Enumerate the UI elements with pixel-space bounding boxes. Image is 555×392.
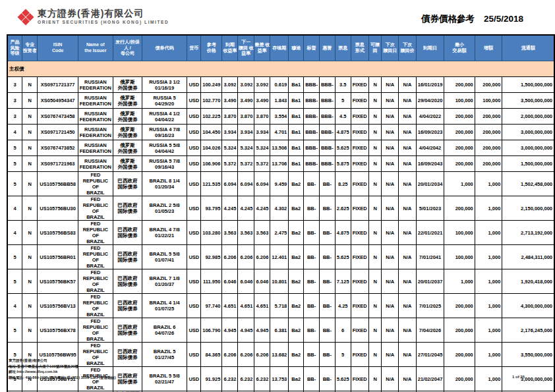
cell-next_call_price: N/A	[399, 343, 417, 367]
bond-price-table: 产品 风险 等级专业 投资者ISIN CodeName of the Issue…	[7, 34, 555, 392]
cell-next_call_yield: 6.046	[238, 269, 254, 294]
cell-worst_yield: 4.245	[254, 196, 270, 221]
cell-coupon_type: FIXED	[351, 140, 368, 156]
cell-professional_investor: N	[22, 245, 38, 269]
cell-increment: 200,000	[475, 77, 502, 93]
cell-maturity_date: 27/01/2045	[416, 343, 444, 367]
cell-issuer_name: FED REPUBLIC OF BRAZIL	[78, 196, 113, 221]
page-number: 1 of 25	[512, 375, 525, 379]
cell-isin: XS0767473458	[38, 109, 78, 125]
cell-maturity_date: 4/04/2022	[416, 109, 444, 125]
cell-next_call_yield: 5.372	[238, 156, 254, 172]
cell-coupon: 5.625	[335, 140, 351, 156]
cell-risk_level: 5	[7, 318, 22, 343]
cell-sp: BBB-	[304, 125, 320, 140]
cell-sp: BB-	[304, 221, 320, 245]
cell-bond_code: BRAZIL 2 5/8 01/05/23	[142, 196, 187, 221]
column-header-professional_investor: 专业 投资者	[22, 35, 38, 61]
cell-maturity_date: 7/04/2026	[416, 318, 444, 343]
cell-currency: USD	[187, 196, 201, 221]
cell-currency: USD	[187, 367, 201, 391]
footer-address: 地址:香港中環皇后大道中100號28樓及29樓	[9, 364, 116, 370]
cell-professional_investor: N	[22, 93, 38, 109]
cell-coupon: 7.125	[335, 269, 351, 294]
cell-min_trade_amount: 100,000	[444, 245, 475, 269]
cell-bond_code: BRAZIL 5 5/8 02/21/47	[142, 367, 187, 391]
cell-sp: BBB-	[304, 77, 320, 93]
cell-next_call_price: N/A	[399, 221, 417, 245]
cell-issuer_name: FED REPUBLIC OF BRAZIL	[78, 294, 113, 318]
cell-sp: BB-	[304, 245, 320, 269]
cell-bond_code: BRAZIL 6 04/07/26	[142, 318, 187, 343]
column-header-coupon_type: 票息 形式	[351, 35, 368, 61]
cell-isin: XS0504954347	[38, 93, 78, 109]
cell-maturity_date: 16/09/2043	[416, 156, 444, 172]
cell-fitch: BB-	[319, 269, 335, 294]
cell-outstanding_amount: 2,484,311,000	[502, 245, 554, 269]
cell-currency: USD	[187, 125, 201, 140]
cell-worst_yield: 5.324	[254, 140, 270, 156]
cell-sp: BB-	[304, 196, 320, 221]
cell-currency: USD	[187, 269, 201, 294]
cell-issuer_name: RUSSIAN FEDERATION	[78, 109, 113, 125]
cell-worst_yield: 6.046	[254, 269, 270, 294]
cell-moodys: Ba2	[289, 221, 304, 245]
cell-increment: 1,000	[475, 221, 502, 245]
table-row: 4NUS105756BU30FED REPUBLIC OF BRAZIL巴西政府…	[7, 196, 554, 221]
cell-duration: 6.381	[270, 318, 289, 343]
cell-coupon_type: FIXED	[351, 109, 368, 125]
cell-sp: BBB-	[304, 93, 320, 109]
column-header-ytm: 到期 收益率	[222, 35, 238, 61]
cell-coupon_type: FIXED	[351, 294, 368, 318]
cell-callable: N	[368, 93, 382, 109]
cell-moodys: Ba2	[289, 269, 304, 294]
cell-bond_code: RUSSIA 5 04/29/20	[142, 93, 187, 109]
cell-increment: 1,000	[475, 318, 502, 343]
cell-next_call_date: N/A	[382, 109, 399, 125]
cell-fitch: BBB-	[319, 77, 335, 93]
cell-ref_price: 104.026	[201, 140, 222, 156]
table-row: 5NXS0971721963RUSSIAN FEDERATION俄罗斯 外国债券…	[7, 156, 554, 172]
column-header-issuer_name: Name of the Issuer	[78, 35, 113, 61]
cell-isin: US105756BX78	[38, 318, 78, 343]
cell-outstanding_amount: 2,150,000,000	[502, 196, 554, 221]
cell-next_call_date: N/A	[382, 318, 399, 343]
cell-maturity_date: 16/09/2023	[416, 125, 444, 140]
cell-sp: BBB-	[304, 156, 320, 172]
cell-ref_price: 111.950	[201, 269, 222, 294]
cell-currency: USD	[187, 172, 201, 196]
cell-coupon: 5	[335, 93, 351, 109]
column-header-fitch: 惠誉	[319, 35, 335, 61]
cell-min_trade_amount: 200,000	[444, 109, 475, 125]
cell-outstanding_amount: 3,000,000,000	[502, 140, 554, 156]
cell-coupon_type: FIXED	[351, 269, 368, 294]
cell-currency: USD	[187, 93, 201, 109]
column-header-isin: ISIN Code	[38, 35, 78, 61]
cell-issuer_guarantor: 巴西政府 国际债券	[113, 221, 142, 245]
cell-moodys: Ba2	[289, 172, 304, 196]
cell-bond_code: BRAZIL 7 1/8 01/20/37	[142, 269, 187, 294]
cell-issuer_name: FED REPUBLIC OF BRAZIL	[78, 172, 113, 196]
cell-min_trade_amount: 200,000	[444, 196, 475, 221]
cell-next_call_yield: 6.094	[238, 172, 254, 196]
footer: 東方證券(香港)有限公司 地址:香港中環皇后大道中100號28樓及29樓 網址:…	[9, 358, 116, 381]
cell-outstanding_amount: 2,713,192,000	[502, 221, 554, 245]
cell-issuer_guarantor: 俄罗斯 外国债券	[113, 156, 142, 172]
cell-worst_yield: 4.945	[254, 318, 270, 343]
cell-next_call_yield: 4.945	[238, 318, 254, 343]
cell-maturity_date: 4/04/2042	[416, 140, 444, 156]
cell-coupon: 4.875	[335, 125, 351, 140]
cell-coupon: 6	[335, 318, 351, 343]
cell-risk_level: 5	[7, 245, 22, 269]
cell-next_call_date: N/A	[382, 140, 399, 156]
table-row: 4NXS0971721450RUSSIAN FEDERATION俄罗斯 外国债券…	[7, 125, 554, 140]
cell-fitch: BB-	[319, 245, 335, 269]
cell-worst_yield: 6.206	[254, 343, 270, 367]
cell-professional_investor: N	[22, 196, 38, 221]
cell-issuer_guarantor: 巴西政府 国际债券	[113, 172, 142, 196]
cell-currency: USD	[187, 343, 201, 367]
cell-coupon_type: FIXED	[351, 245, 368, 269]
cell-isin: US105756BR01	[38, 245, 78, 269]
cell-issuer_name: FED REPUBLIC OF BRAZIL	[78, 245, 113, 269]
cell-next_call_date: N/A	[382, 245, 399, 269]
